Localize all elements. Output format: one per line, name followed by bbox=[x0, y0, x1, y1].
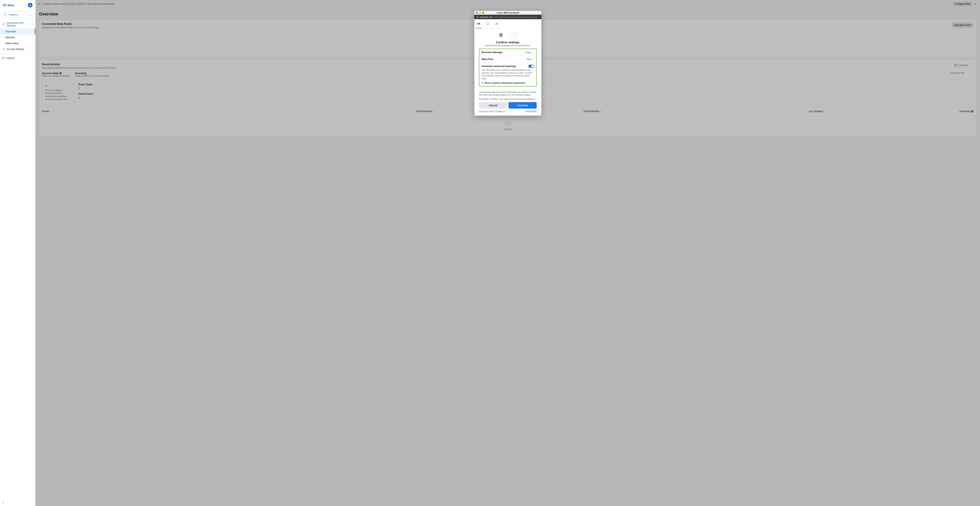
chat-icon bbox=[486, 22, 489, 25]
cancel-button[interactable]: Cancel bbox=[479, 102, 507, 108]
logout-label: Log out bbox=[7, 57, 14, 59]
svg-point-8 bbox=[500, 34, 500, 35]
disclaimer-terms: By clicking "Continue", you agree to the… bbox=[479, 98, 537, 100]
popup-window-title: Log In With Facebook bbox=[474, 11, 541, 14]
svg-point-11 bbox=[502, 36, 503, 37]
svg-point-12 bbox=[501, 33, 501, 34]
rocket-icon bbox=[2, 23, 5, 25]
tab-settings[interactable] bbox=[492, 19, 501, 28]
nav-group-label: Conversions API Gateway bbox=[6, 22, 29, 27]
svg-point-0 bbox=[30, 4, 30, 5]
url-path: /v15.0/dialog/oauth?display=popup&state=… bbox=[494, 16, 539, 18]
issue-text: Having an issue? Contact us bbox=[479, 110, 505, 113]
meta-pixel-row[interactable]: Meta Pixel Web bbox=[479, 56, 536, 63]
chevron-down-icon: ⌄ bbox=[31, 48, 33, 51]
account-settings-label: Account settings bbox=[7, 48, 24, 51]
confirm-settings-title: Confirm settings bbox=[479, 41, 537, 44]
meta-logo[interactable]: Meta bbox=[3, 3, 14, 7]
aam-toggle[interactable] bbox=[528, 65, 534, 68]
workspace-icon bbox=[4, 13, 7, 16]
aam-description: Use information your customers have prov… bbox=[482, 68, 534, 80]
meta-pixel-label: Meta Pixel bbox=[482, 58, 493, 60]
nav-account-settings[interactable]: Account settings ⌄ bbox=[0, 46, 35, 52]
settings-highlight-box: Business Manager Stape Meta Pixel Web Au… bbox=[479, 49, 537, 86]
nav-data-routing[interactable]: Data routing bbox=[0, 40, 35, 46]
tab-chat[interactable] bbox=[483, 19, 492, 28]
modal-overlay: Log In With Facebook 🔒 facebook.com/v15.… bbox=[35, 0, 980, 506]
contact-us-link[interactable]: Contact us bbox=[495, 110, 505, 113]
help-center-link[interactable]: Help Center bbox=[525, 110, 536, 113]
nav-group-conversions-api[interactable]: Conversions API Gateway ⌃ bbox=[0, 20, 35, 29]
meta-pixel-value: Web bbox=[527, 58, 531, 60]
confirm-settings-subtitle: Conversions API Gateway will be connecte… bbox=[479, 44, 537, 47]
connection-diagram: → bbox=[479, 32, 537, 38]
popup-tabs bbox=[474, 19, 541, 29]
chevron-right-icon bbox=[532, 51, 534, 53]
business-manager-value: Stape bbox=[525, 51, 531, 54]
lock-icon: 🔒 bbox=[476, 16, 479, 18]
logout-button[interactable]: Log out bbox=[0, 54, 35, 62]
meta-infinity-icon bbox=[3, 3, 7, 7]
target-app-placeholder bbox=[511, 32, 517, 38]
svg-point-6 bbox=[497, 23, 498, 24]
oauth-popup-window: Log In With Facebook 🔒 facebook.com/v15.… bbox=[474, 11, 541, 116]
network-icon bbox=[499, 33, 503, 37]
logout-icon bbox=[2, 57, 5, 59]
chevron-left-icon bbox=[2, 501, 4, 504]
business-manager-row[interactable]: Business Manager Stape bbox=[479, 49, 536, 56]
workspace-name: elxglokw bbox=[9, 13, 28, 16]
show-params-label: Show customer information parameters bbox=[485, 82, 525, 84]
business-manager-label: Business Manager bbox=[482, 51, 503, 54]
nav-websites[interactable]: Websites bbox=[0, 35, 35, 40]
svg-point-4 bbox=[496, 24, 496, 24]
svg-point-1 bbox=[3, 49, 4, 49]
show-params-toggle[interactable]: Show customer information parameters bbox=[482, 82, 534, 84]
svg-point-13 bbox=[501, 37, 501, 37]
chevron-up-icon: ⌃ bbox=[31, 23, 33, 25]
gear-icon bbox=[2, 48, 5, 51]
chevron-right-icon bbox=[532, 58, 534, 60]
main-content-area: Configure domain naming system (DNS) to … bbox=[35, 0, 980, 506]
maximize-window-icon[interactable] bbox=[482, 12, 484, 14]
sidebar: Meta elxglokw ⌄ Conversions API Gateway … bbox=[0, 0, 35, 506]
chevron-down-icon: ⌄ bbox=[29, 13, 32, 16]
minimize-window-icon[interactable] bbox=[479, 12, 481, 14]
tab-meta[interactable] bbox=[474, 19, 483, 28]
url-bar: 🔒 facebook.com/v15.0/dialog/oauth?displa… bbox=[474, 15, 541, 19]
brand-label: Meta bbox=[8, 3, 14, 7]
workspace-selector[interactable]: elxglokw ⌄ bbox=[2, 11, 34, 18]
caret-down-icon bbox=[482, 82, 483, 83]
popup-titlebar: Log In With Facebook bbox=[474, 11, 541, 15]
disclaimer-access: This business app can access information… bbox=[479, 91, 537, 96]
user-avatar[interactable] bbox=[28, 3, 33, 8]
svg-point-5 bbox=[496, 24, 497, 24]
sidebar-collapse[interactable] bbox=[0, 500, 35, 506]
terms-link[interactable]: Terms and conditions bbox=[515, 98, 535, 100]
svg-point-9 bbox=[502, 34, 503, 35]
svg-point-10 bbox=[500, 36, 500, 37]
url-domain: facebook.com bbox=[480, 16, 493, 18]
aam-title: Automatic advanced matching bbox=[482, 65, 516, 68]
nav-overview[interactable]: Overview bbox=[0, 29, 35, 35]
meta-infinity-icon bbox=[477, 22, 480, 25]
window-traffic-lights[interactable] bbox=[476, 12, 484, 14]
arrow-right-icon: → bbox=[506, 34, 509, 37]
close-window-icon[interactable] bbox=[476, 12, 478, 14]
people-link[interactable]: people bbox=[504, 75, 511, 77]
continue-button[interactable]: Continue bbox=[508, 102, 537, 108]
advanced-matching-block: Automatic advanced matching Use informat… bbox=[479, 63, 536, 86]
sliders-icon bbox=[495, 22, 498, 25]
user-icon bbox=[29, 4, 32, 6]
